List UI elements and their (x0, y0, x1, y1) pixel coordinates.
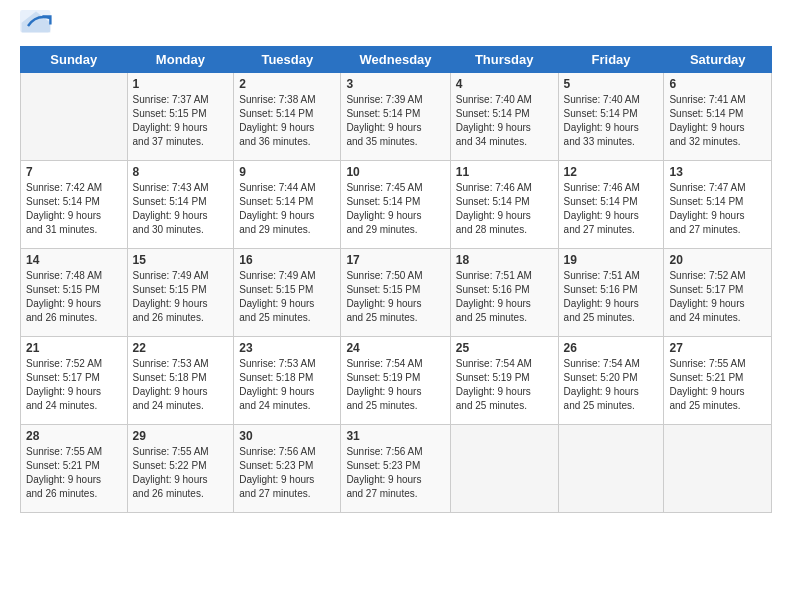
calendar-cell: 5Sunrise: 7:40 AMSunset: 5:14 PMDaylight… (558, 73, 664, 161)
dow-header-tuesday: Tuesday (234, 47, 341, 73)
day-number: 23 (239, 341, 335, 355)
day-number: 26 (564, 341, 659, 355)
calendar-cell: 9Sunrise: 7:44 AMSunset: 5:14 PMDaylight… (234, 161, 341, 249)
day-number: 9 (239, 165, 335, 179)
calendar-cell: 29Sunrise: 7:55 AMSunset: 5:22 PMDayligh… (127, 425, 234, 513)
day-info: Sunrise: 7:51 AMSunset: 5:16 PMDaylight:… (456, 269, 553, 325)
day-info: Sunrise: 7:45 AMSunset: 5:14 PMDaylight:… (346, 181, 444, 237)
calendar-cell (450, 425, 558, 513)
calendar-week-1: 1Sunrise: 7:37 AMSunset: 5:15 PMDaylight… (21, 73, 772, 161)
day-number: 24 (346, 341, 444, 355)
calendar-cell: 26Sunrise: 7:54 AMSunset: 5:20 PMDayligh… (558, 337, 664, 425)
calendar-cell: 27Sunrise: 7:55 AMSunset: 5:21 PMDayligh… (664, 337, 772, 425)
day-info: Sunrise: 7:38 AMSunset: 5:14 PMDaylight:… (239, 93, 335, 149)
day-number: 19 (564, 253, 659, 267)
day-info: Sunrise: 7:52 AMSunset: 5:17 PMDaylight:… (669, 269, 766, 325)
calendar-cell: 18Sunrise: 7:51 AMSunset: 5:16 PMDayligh… (450, 249, 558, 337)
logo (20, 10, 56, 38)
calendar-cell: 20Sunrise: 7:52 AMSunset: 5:17 PMDayligh… (664, 249, 772, 337)
day-info: Sunrise: 7:37 AMSunset: 5:15 PMDaylight:… (133, 93, 229, 149)
day-number: 28 (26, 429, 122, 443)
day-number: 2 (239, 77, 335, 91)
calendar-cell: 16Sunrise: 7:49 AMSunset: 5:15 PMDayligh… (234, 249, 341, 337)
day-info: Sunrise: 7:40 AMSunset: 5:14 PMDaylight:… (456, 93, 553, 149)
day-info: Sunrise: 7:43 AMSunset: 5:14 PMDaylight:… (133, 181, 229, 237)
calendar-cell: 3Sunrise: 7:39 AMSunset: 5:14 PMDaylight… (341, 73, 450, 161)
day-number: 29 (133, 429, 229, 443)
calendar-cell (21, 73, 128, 161)
calendar-week-3: 14Sunrise: 7:48 AMSunset: 5:15 PMDayligh… (21, 249, 772, 337)
day-info: Sunrise: 7:53 AMSunset: 5:18 PMDaylight:… (133, 357, 229, 413)
calendar-body: 1Sunrise: 7:37 AMSunset: 5:15 PMDaylight… (21, 73, 772, 513)
dow-header-wednesday: Wednesday (341, 47, 450, 73)
day-number: 31 (346, 429, 444, 443)
dow-header-thursday: Thursday (450, 47, 558, 73)
calendar-cell: 11Sunrise: 7:46 AMSunset: 5:14 PMDayligh… (450, 161, 558, 249)
calendar-cell: 25Sunrise: 7:54 AMSunset: 5:19 PMDayligh… (450, 337, 558, 425)
day-info: Sunrise: 7:47 AMSunset: 5:14 PMDaylight:… (669, 181, 766, 237)
day-info: Sunrise: 7:50 AMSunset: 5:15 PMDaylight:… (346, 269, 444, 325)
calendar-cell: 22Sunrise: 7:53 AMSunset: 5:18 PMDayligh… (127, 337, 234, 425)
calendar-cell: 10Sunrise: 7:45 AMSunset: 5:14 PMDayligh… (341, 161, 450, 249)
calendar-cell: 15Sunrise: 7:49 AMSunset: 5:15 PMDayligh… (127, 249, 234, 337)
day-info: Sunrise: 7:52 AMSunset: 5:17 PMDaylight:… (26, 357, 122, 413)
calendar-cell: 23Sunrise: 7:53 AMSunset: 5:18 PMDayligh… (234, 337, 341, 425)
day-number: 30 (239, 429, 335, 443)
calendar-table: SundayMondayTuesdayWednesdayThursdayFrid… (20, 46, 772, 513)
calendar-cell: 6Sunrise: 7:41 AMSunset: 5:14 PMDaylight… (664, 73, 772, 161)
day-info: Sunrise: 7:39 AMSunset: 5:14 PMDaylight:… (346, 93, 444, 149)
page-container: SundayMondayTuesdayWednesdayThursdayFrid… (0, 0, 792, 523)
calendar-cell: 2Sunrise: 7:38 AMSunset: 5:14 PMDaylight… (234, 73, 341, 161)
calendar-week-4: 21Sunrise: 7:52 AMSunset: 5:17 PMDayligh… (21, 337, 772, 425)
day-number: 21 (26, 341, 122, 355)
calendar-cell: 24Sunrise: 7:54 AMSunset: 5:19 PMDayligh… (341, 337, 450, 425)
day-info: Sunrise: 7:55 AMSunset: 5:22 PMDaylight:… (133, 445, 229, 501)
dow-header-saturday: Saturday (664, 47, 772, 73)
day-info: Sunrise: 7:54 AMSunset: 5:19 PMDaylight:… (346, 357, 444, 413)
calendar-week-5: 28Sunrise: 7:55 AMSunset: 5:21 PMDayligh… (21, 425, 772, 513)
day-number: 10 (346, 165, 444, 179)
day-number: 8 (133, 165, 229, 179)
calendar-cell: 30Sunrise: 7:56 AMSunset: 5:23 PMDayligh… (234, 425, 341, 513)
day-info: Sunrise: 7:49 AMSunset: 5:15 PMDaylight:… (133, 269, 229, 325)
day-of-week-header-row: SundayMondayTuesdayWednesdayThursdayFrid… (21, 47, 772, 73)
day-number: 27 (669, 341, 766, 355)
day-info: Sunrise: 7:41 AMSunset: 5:14 PMDaylight:… (669, 93, 766, 149)
calendar-cell: 1Sunrise: 7:37 AMSunset: 5:15 PMDaylight… (127, 73, 234, 161)
day-info: Sunrise: 7:56 AMSunset: 5:23 PMDaylight:… (239, 445, 335, 501)
day-info: Sunrise: 7:51 AMSunset: 5:16 PMDaylight:… (564, 269, 659, 325)
day-number: 5 (564, 77, 659, 91)
day-info: Sunrise: 7:55 AMSunset: 5:21 PMDaylight:… (26, 445, 122, 501)
dow-header-sunday: Sunday (21, 47, 128, 73)
day-info: Sunrise: 7:55 AMSunset: 5:21 PMDaylight:… (669, 357, 766, 413)
day-info: Sunrise: 7:40 AMSunset: 5:14 PMDaylight:… (564, 93, 659, 149)
calendar-cell: 28Sunrise: 7:55 AMSunset: 5:21 PMDayligh… (21, 425, 128, 513)
calendar-cell: 13Sunrise: 7:47 AMSunset: 5:14 PMDayligh… (664, 161, 772, 249)
calendar-cell: 7Sunrise: 7:42 AMSunset: 5:14 PMDaylight… (21, 161, 128, 249)
header (20, 10, 772, 38)
day-info: Sunrise: 7:44 AMSunset: 5:14 PMDaylight:… (239, 181, 335, 237)
day-number: 3 (346, 77, 444, 91)
day-number: 25 (456, 341, 553, 355)
dow-header-monday: Monday (127, 47, 234, 73)
calendar-cell: 31Sunrise: 7:56 AMSunset: 5:23 PMDayligh… (341, 425, 450, 513)
day-info: Sunrise: 7:49 AMSunset: 5:15 PMDaylight:… (239, 269, 335, 325)
day-number: 12 (564, 165, 659, 179)
calendar-cell (558, 425, 664, 513)
day-number: 16 (239, 253, 335, 267)
day-number: 14 (26, 253, 122, 267)
calendar-cell (664, 425, 772, 513)
day-number: 22 (133, 341, 229, 355)
dow-header-friday: Friday (558, 47, 664, 73)
day-info: Sunrise: 7:46 AMSunset: 5:14 PMDaylight:… (456, 181, 553, 237)
calendar-cell: 8Sunrise: 7:43 AMSunset: 5:14 PMDaylight… (127, 161, 234, 249)
calendar-cell: 14Sunrise: 7:48 AMSunset: 5:15 PMDayligh… (21, 249, 128, 337)
calendar-cell: 17Sunrise: 7:50 AMSunset: 5:15 PMDayligh… (341, 249, 450, 337)
day-number: 1 (133, 77, 229, 91)
day-number: 6 (669, 77, 766, 91)
calendar-cell: 21Sunrise: 7:52 AMSunset: 5:17 PMDayligh… (21, 337, 128, 425)
day-info: Sunrise: 7:54 AMSunset: 5:19 PMDaylight:… (456, 357, 553, 413)
day-info: Sunrise: 7:48 AMSunset: 5:15 PMDaylight:… (26, 269, 122, 325)
day-number: 11 (456, 165, 553, 179)
logo-icon (20, 10, 52, 38)
